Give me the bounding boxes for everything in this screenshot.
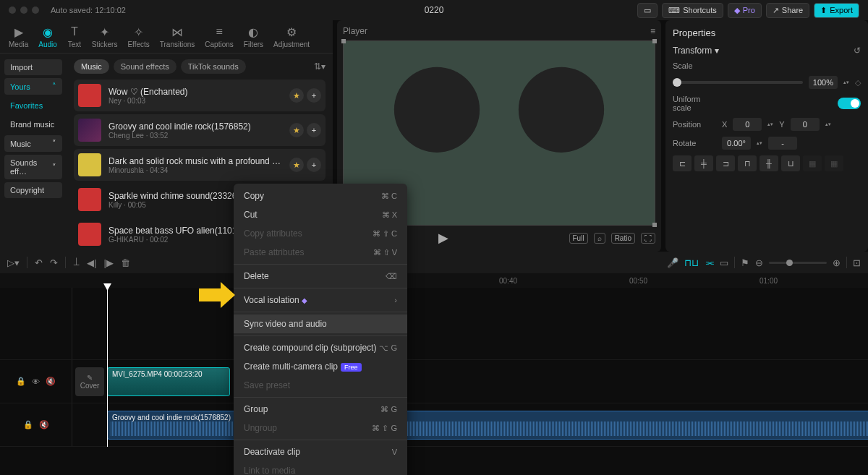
copyright-button[interactable]: Copyright <box>4 182 62 198</box>
favorites-button[interactable]: Favorites <box>4 98 62 114</box>
align-center-v[interactable]: ╫ <box>760 155 778 171</box>
track-row[interactable]: Wow ♡ (Enchanted)Ney · 00:03 ★+ <box>74 80 326 111</box>
chip-music[interactable]: Music <box>74 59 109 74</box>
chip-tiktok-sounds[interactable]: TikTok sounds <box>181 59 246 74</box>
uniform-scale-toggle[interactable] <box>838 98 861 109</box>
tab-filters[interactable]: ◐Filters <box>244 25 263 48</box>
ctx-sync-video-audio[interactable]: Sync video and audio <box>234 314 407 333</box>
ctx-cut[interactable]: Cut⌘ X <box>234 205 407 224</box>
scale-value[interactable]: 100% <box>809 76 838 89</box>
tab-captions[interactable]: ≡Captions <box>205 25 233 48</box>
pointer-tool[interactable]: ▷▾ <box>7 257 20 268</box>
pro-button[interactable]: ◆ Pro <box>728 3 762 18</box>
track-row[interactable]: Dark and solid rock music with a profoun… <box>74 149 326 181</box>
ctx-vocal-isolation[interactable]: Vocal isolation ◆› <box>234 291 407 309</box>
lock-icon[interactable]: 🔒 <box>23 420 33 429</box>
expand-icon[interactable]: ⛶ <box>641 233 655 244</box>
play-button[interactable]: ▶ <box>438 230 448 246</box>
layout-button[interactable]: ▭ <box>637 3 658 18</box>
eye-icon[interactable]: 👁 <box>32 377 40 386</box>
rotate-spinner[interactable]: ▴▾ <box>757 140 762 146</box>
tab-audio[interactable]: ◉Audio <box>38 25 57 48</box>
zoom-in-icon[interactable]: ⊕ <box>833 257 841 268</box>
video-lane[interactable]: MVI_6275.MP4 00:00:23:20 <box>107 360 868 403</box>
sort-icon[interactable]: ⇅▾ <box>314 61 326 72</box>
keyframe-icon[interactable]: ◇ <box>855 78 861 87</box>
player-menu-icon[interactable]: ≡ <box>650 26 655 36</box>
audio-lane[interactable]: Groovy and cool indie rock(1576852) <box>107 403 868 446</box>
full-button[interactable]: Full <box>569 233 588 244</box>
video-clip[interactable]: MVI_6275.MP4 00:00:23:20 <box>107 367 230 396</box>
mute-icon[interactable]: 🔇 <box>46 377 56 386</box>
music-button[interactable]: Music˅ <box>4 135 62 152</box>
magnet-icon[interactable]: ⊓⊔ <box>684 257 699 268</box>
zoom-out-icon[interactable]: ⊖ <box>755 257 763 268</box>
empty-lane[interactable] <box>72 288 868 359</box>
ctx-multicam-clip[interactable]: Create multi-camera clipFree <box>234 357 407 376</box>
marker-icon[interactable]: ⚑ <box>741 257 749 268</box>
crop-icon[interactable]: ⌕ <box>594 233 605 244</box>
timeline-ruler[interactable]: 00:20 00:30 00:40 00:50 01:00 <box>0 273 868 288</box>
align-left[interactable]: ⊏ <box>673 155 692 171</box>
favorite-icon[interactable]: ★ <box>289 88 304 103</box>
reset-icon[interactable]: ↺ <box>854 46 861 56</box>
fit-icon[interactable]: ⊡ <box>853 257 861 268</box>
favorite-icon[interactable]: ★ <box>289 158 304 172</box>
y-spinner[interactable]: ▴▾ <box>825 121 831 127</box>
tab-transitions[interactable]: ⋈Transitions <box>160 25 195 48</box>
export-button[interactable]: ⬆ Export <box>814 3 859 18</box>
x-spinner[interactable]: ▴▾ <box>767 121 773 127</box>
align-right[interactable]: ⊐ <box>716 155 735 171</box>
scale-spinner[interactable]: ▴▾ <box>843 80 849 85</box>
redo-button[interactable]: ↷ <box>50 257 58 268</box>
sound-effects-button[interactable]: Sounds eff…˅ <box>4 155 62 179</box>
align-center-h[interactable]: ╪ <box>694 155 713 171</box>
window-controls[interactable] <box>9 7 39 14</box>
ctx-deactivate-clip[interactable]: Deactivate clipV <box>234 442 407 461</box>
ctx-compound-clip[interactable]: Create compound clip (subproject)⌥ G <box>234 338 407 357</box>
chip-sound-effects[interactable]: Sound effects <box>114 59 176 74</box>
tab-stickers[interactable]: ✦Stickers <box>92 25 118 48</box>
ctx-copy[interactable]: Copy⌘ C <box>234 187 407 205</box>
position-x[interactable]: 0 <box>733 118 762 131</box>
align-top[interactable]: ⊓ <box>738 155 757 171</box>
rotate-value[interactable]: 0.00° <box>722 137 751 150</box>
ctx-group[interactable]: Group⌘ G <box>234 400 407 419</box>
transform-section[interactable]: Transform ▾ <box>673 46 719 56</box>
tab-text[interactable]: TText <box>67 25 82 48</box>
audio-clip[interactable]: Groovy and cool indie rock(1576852) <box>107 411 868 440</box>
scale-slider[interactable] <box>673 81 803 84</box>
mic-icon[interactable]: 🎤 <box>667 257 678 268</box>
cover-button[interactable]: ✎Cover <box>75 367 104 396</box>
brand-music-button[interactable]: Brand music <box>4 116 62 132</box>
add-icon[interactable]: + <box>307 158 321 172</box>
favorite-icon[interactable]: ★ <box>289 123 304 137</box>
mute-icon[interactable]: 🔇 <box>39 420 49 429</box>
trim-left[interactable]: ◀| <box>87 257 96 268</box>
shortcuts-button[interactable]: ⌨ Shortcuts <box>662 3 723 18</box>
rotate-dash[interactable]: - <box>768 137 797 150</box>
link-icon[interactable]: ⫘ <box>705 257 714 268</box>
trim-right[interactable]: |▶ <box>103 257 113 268</box>
preview-icon[interactable]: ▭ <box>720 257 728 268</box>
tab-effects[interactable]: ✧Effects <box>127 25 149 48</box>
position-y[interactable]: 0 <box>791 118 820 131</box>
ratio-button[interactable]: Ratio <box>611 233 635 244</box>
zoom-slider[interactable] <box>769 262 827 264</box>
align-disabled: ▦ <box>825 155 843 171</box>
yours-button[interactable]: Yours˄ <box>4 78 62 95</box>
import-button[interactable]: Import <box>4 59 62 75</box>
align-bottom[interactable]: ⊔ <box>781 155 800 171</box>
add-icon[interactable]: + <box>307 123 321 137</box>
tab-media[interactable]: ▶Media <box>9 25 28 48</box>
lock-icon[interactable]: 🔒 <box>16 377 26 386</box>
ctx-delete[interactable]: Delete⌫ <box>234 267 407 286</box>
tab-adjustment[interactable]: ⚙Adjustment <box>273 25 310 48</box>
delete-tool[interactable]: 🗑 <box>121 257 130 268</box>
split-tool[interactable]: ⟘ <box>73 257 80 268</box>
track-row[interactable]: Groovy and cool indie rock(1576852)Cheng… <box>74 114 326 146</box>
playhead[interactable] <box>107 288 108 447</box>
share-button[interactable]: ↗ Share <box>766 3 809 18</box>
add-icon[interactable]: + <box>307 88 321 103</box>
undo-button[interactable]: ↶ <box>35 257 43 268</box>
